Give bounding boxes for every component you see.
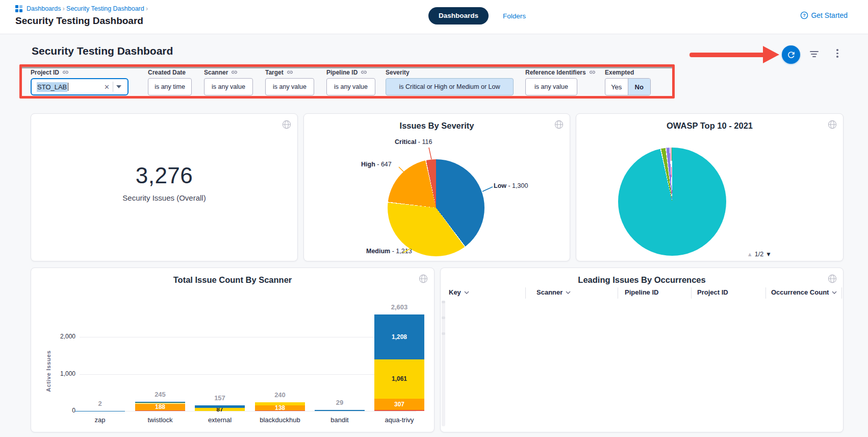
chevron-down-icon xyxy=(832,291,837,294)
filter-value-button-reference-identifiers[interactable]: is any value xyxy=(525,78,577,95)
bar-segment-label: 188 xyxy=(135,404,185,410)
breadcrumb-separator: › xyxy=(61,5,66,12)
filter-label-severity: Severity xyxy=(386,69,410,76)
svg-text:?: ? xyxy=(803,13,806,18)
column-header-scanner[interactable]: Scanner xyxy=(537,288,571,296)
chevron-down-icon xyxy=(464,291,469,294)
pie-label-high: High - 647 xyxy=(361,161,392,168)
refresh-icon xyxy=(786,50,796,60)
column-separator xyxy=(765,287,766,299)
x-category-label: bandit xyxy=(310,416,370,424)
filter-value-button-pipeline-id[interactable]: is any value xyxy=(326,78,375,95)
top-bar: Dashboards › Security Testing Dashboard … xyxy=(0,0,868,34)
bar-total-label: 157 xyxy=(195,394,245,402)
bar-total-label: 240 xyxy=(255,391,305,399)
bar-bandit[interactable] xyxy=(315,410,365,411)
bar-total-label: 29 xyxy=(315,399,365,406)
get-started-link[interactable]: ? Get Started xyxy=(800,11,848,19)
filter-scanner: Scanneris any value xyxy=(204,68,253,95)
dashboard-title: Security Testing Dashboard xyxy=(32,45,173,57)
owasp-top-10-pie[interactable] xyxy=(618,148,726,256)
filter-label-target: Target xyxy=(265,69,284,76)
bar-external[interactable]: 87 xyxy=(195,405,245,411)
project-id-combobox[interactable]: STO_LAB✕ xyxy=(31,78,129,95)
column-header-key[interactable]: Key xyxy=(449,288,469,296)
gridline xyxy=(80,374,416,375)
x-category-label: twistlock xyxy=(130,416,190,424)
page-up-icon[interactable]: ▲ xyxy=(747,251,753,257)
filter-reference-identifiers: Reference Identifiersis any value xyxy=(525,68,596,95)
breadcrumb-link-dashboards[interactable]: Dashboards xyxy=(27,5,61,12)
gridline xyxy=(80,337,416,337)
column-label: Key xyxy=(449,288,461,296)
kpi-label: Security Issues (Overall) xyxy=(31,193,297,202)
filter-label-project-id: Project ID xyxy=(31,69,59,76)
bar-blackduckhub[interactable]: 138 xyxy=(255,402,305,411)
filter-project-id: Project IDSTO_LAB✕ xyxy=(31,68,129,95)
get-started-label: Get Started xyxy=(811,11,848,19)
link-icon xyxy=(62,69,69,76)
tab-folders[interactable]: Folders xyxy=(503,12,526,20)
filter-value-button-severity[interactable]: is Critical or High or Medium or Low xyxy=(386,78,514,95)
bar-segment-label: 1,061 xyxy=(374,376,424,382)
bar-total-label: 2,603 xyxy=(374,303,424,311)
column-label: Project ID xyxy=(697,288,728,296)
annotation-arrow-shaft xyxy=(690,53,765,57)
breadcrumb-separator: › xyxy=(144,5,148,12)
bar-segment-low xyxy=(195,405,245,408)
bar-total-label: 2 xyxy=(75,400,125,407)
card-owasp-top-10: OWASP Top 10 - 2021 ▲ 1/2 ▼ xyxy=(576,113,844,261)
bar-segment-label: 307 xyxy=(374,401,424,407)
link-icon xyxy=(231,69,238,76)
filter-value-button-created-date[interactable]: is any time xyxy=(148,78,192,95)
filter-severity: Severityis Critical or High or Medium or… xyxy=(386,68,514,95)
dashboards-grid-icon xyxy=(15,5,22,12)
column-header-occurrence-count[interactable]: Occurrence Count xyxy=(771,288,837,296)
caret-down-icon[interactable] xyxy=(116,85,121,88)
clear-icon[interactable]: ✕ xyxy=(101,83,113,91)
kpi-value: 3,276 xyxy=(31,163,297,188)
bar-total-label: 245 xyxy=(135,391,185,398)
pie-label-critical: Critical - 116 xyxy=(395,138,432,145)
pie-label-medium: Medium - 1,213 xyxy=(366,248,412,255)
column-separator xyxy=(618,287,618,299)
card-issues-by-severity: Issues By Severity Low - 1,300Medium - 1… xyxy=(303,113,570,261)
divider xyxy=(113,82,113,92)
breadcrumb-link-security-testing-dashboard[interactable]: Security Testing Dashboard xyxy=(66,5,144,12)
severity-pie-title: Issues By Severity xyxy=(304,121,570,131)
issues-by-severity-pie[interactable] xyxy=(388,159,484,256)
exempted-no-option[interactable]: No xyxy=(628,79,651,95)
text-cursor xyxy=(68,83,68,91)
breadcrumb: Dashboards › Security Testing Dashboard … xyxy=(15,5,148,12)
chevron-down-icon xyxy=(566,291,571,294)
pie-label-low: Low - 1,300 xyxy=(494,182,528,189)
refresh-button[interactable] xyxy=(782,45,800,64)
column-header-pipeline-id[interactable]: Pipeline ID xyxy=(625,288,658,296)
exempted-yes-option[interactable]: Yes xyxy=(605,79,628,95)
filter-value-button-scanner[interactable]: is any value xyxy=(204,78,253,95)
filter-exempted: ExemptedYesNo xyxy=(605,68,651,95)
owasp-pagination: ▲ 1/2 ▼ xyxy=(747,251,772,258)
bar-twistlock[interactable]: 188 xyxy=(135,402,185,411)
bar-segment-low xyxy=(135,402,185,402)
bar-aqua-trivy[interactable]: 3071,0611,208 xyxy=(374,314,424,411)
x-category-label: zap xyxy=(70,416,130,424)
page-down-icon[interactable]: ▼ xyxy=(765,251,772,258)
security-testing-dashboard-screen: { "header": { "breadcrumb": { "items": [… xyxy=(0,0,868,437)
combobox-value: STO_LAB xyxy=(37,82,67,92)
filter-label-created-date: Created Date xyxy=(148,69,186,76)
filter-value-button-target[interactable]: is any value xyxy=(265,78,314,95)
globe-icon xyxy=(282,120,291,131)
column-label: Scanner xyxy=(537,288,563,296)
kebab-menu-button[interactable] xyxy=(835,49,840,59)
column-header-project-id[interactable]: Project ID xyxy=(697,288,728,296)
column-label: Pipeline ID xyxy=(625,288,658,296)
x-category-label: external xyxy=(190,416,250,424)
filter-pipeline-id: Pipeline IDis any value xyxy=(326,68,375,95)
link-icon xyxy=(287,69,293,76)
dashboard-filter-button[interactable] xyxy=(810,51,819,59)
table-scrollbar[interactable] xyxy=(442,301,445,426)
annotation-arrow-head xyxy=(763,46,779,63)
column-label: Occurrence Count xyxy=(771,288,829,296)
tab-dashboards[interactable]: Dashboards xyxy=(428,7,489,25)
